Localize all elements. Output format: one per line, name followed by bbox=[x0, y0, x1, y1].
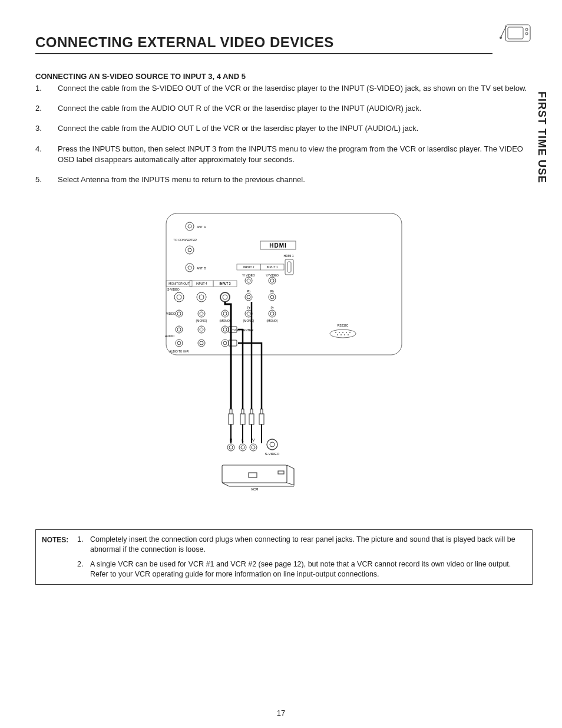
svg-point-37 bbox=[220, 292, 230, 302]
svg-point-87 bbox=[342, 332, 343, 333]
svg-text:ANT. A: ANT. A bbox=[197, 225, 206, 229]
svg-point-61 bbox=[222, 326, 229, 333]
svg-text:R: R bbox=[229, 438, 232, 442]
svg-text:ANT. B: ANT. B bbox=[197, 266, 206, 270]
svg-text:(MONO): (MONO) bbox=[243, 319, 254, 322]
svg-text:INPUT 4: INPUT 4 bbox=[196, 282, 207, 285]
svg-point-51 bbox=[222, 310, 229, 317]
svg-point-46 bbox=[270, 295, 274, 299]
svg-point-2 bbox=[525, 28, 528, 31]
svg-text:Y/ VIDEO: Y/ VIDEO bbox=[242, 274, 255, 277]
svg-text:S-VIDEO: S-VIDEO bbox=[167, 288, 180, 291]
page-title: CONNECTING EXTERNAL VIDEO DEVICES bbox=[35, 34, 492, 54]
svg-point-112 bbox=[241, 446, 244, 449]
svg-text:INPUT 1: INPUT 1 bbox=[266, 265, 277, 269]
svg-point-88 bbox=[346, 332, 347, 333]
svg-rect-100 bbox=[259, 414, 264, 424]
svg-rect-101 bbox=[260, 409, 263, 414]
svg-text:HDMI: HDMI bbox=[269, 242, 287, 249]
svg-point-85 bbox=[335, 332, 336, 333]
svg-rect-97 bbox=[242, 409, 244, 414]
svg-rect-99 bbox=[250, 409, 253, 414]
svg-point-34 bbox=[177, 295, 181, 299]
notes-box: NOTES: 1.Completely insert the connectio… bbox=[35, 529, 533, 585]
svg-point-60 bbox=[200, 328, 203, 331]
svg-point-45 bbox=[269, 294, 276, 301]
svg-point-57 bbox=[176, 326, 183, 333]
svg-point-39 bbox=[245, 277, 252, 284]
notes-list: 1.Completely insert the connection cord … bbox=[77, 535, 526, 579]
svg-text:INPUT 3: INPUT 3 bbox=[219, 282, 230, 285]
svg-point-93 bbox=[348, 334, 349, 335]
svg-text:AUDIO: AUDIO bbox=[165, 334, 174, 338]
svg-point-43 bbox=[245, 294, 252, 301]
svg-point-40 bbox=[247, 279, 250, 282]
svg-point-13 bbox=[188, 266, 191, 269]
page-number: 17 bbox=[0, 709, 562, 717]
notes-label: NOTES: bbox=[42, 535, 77, 579]
svg-text:AUDIO TO HI-FI: AUDIO TO HI-FI bbox=[170, 350, 189, 353]
svg-point-4 bbox=[500, 37, 502, 39]
svg-point-6 bbox=[186, 222, 194, 230]
svg-text:RS232C: RS232C bbox=[338, 324, 349, 327]
svg-point-68 bbox=[223, 341, 227, 345]
svg-point-41 bbox=[269, 277, 276, 284]
svg-text:VIDEO: VIDEO bbox=[166, 312, 176, 315]
list-item: 3.Connect the cable from the AUDIO OUT L… bbox=[35, 123, 533, 134]
svg-point-67 bbox=[222, 340, 229, 347]
side-tab: FIRST TIME USE bbox=[535, 91, 548, 183]
svg-point-84 bbox=[330, 330, 356, 338]
svg-text:S-VIDEO: S-VIDEO bbox=[265, 452, 280, 456]
svg-rect-96 bbox=[240, 414, 245, 424]
svg-text:Pb: Pb bbox=[247, 289, 250, 293]
svg-rect-19 bbox=[287, 262, 291, 272]
svg-rect-94 bbox=[229, 414, 233, 424]
svg-point-110 bbox=[229, 446, 233, 449]
svg-point-44 bbox=[247, 295, 250, 299]
list-item: 4.Press the INPUTS button, then select I… bbox=[35, 144, 533, 165]
svg-point-52 bbox=[223, 312, 227, 315]
svg-point-56 bbox=[270, 312, 274, 315]
svg-point-11 bbox=[188, 248, 191, 252]
list-item: 2.Connect the cable from the AUDIO OUT R… bbox=[35, 103, 533, 114]
svg-rect-120 bbox=[278, 471, 284, 474]
svg-point-38 bbox=[223, 295, 227, 299]
connection-diagram: ANT. A TO CONVERTER ANT. B HDMI HDMI 1 I… bbox=[35, 209, 533, 512]
svg-point-58 bbox=[177, 328, 181, 331]
svg-point-116 bbox=[270, 442, 275, 447]
svg-point-63 bbox=[176, 340, 183, 347]
instruction-list: 1.Connect the cable from the S-VIDEO OUT… bbox=[35, 83, 533, 185]
svg-point-66 bbox=[200, 341, 203, 345]
svg-text:Pr: Pr bbox=[247, 306, 250, 309]
svg-text:MONITOR OUT: MONITOR OUT bbox=[168, 282, 189, 285]
svg-point-50 bbox=[200, 312, 203, 315]
svg-point-90 bbox=[337, 334, 338, 335]
svg-text:HDMI 1: HDMI 1 bbox=[284, 254, 294, 258]
svg-point-3 bbox=[525, 32, 528, 35]
svg-point-7 bbox=[188, 225, 191, 228]
svg-text:(MONO): (MONO) bbox=[196, 319, 207, 322]
svg-point-35 bbox=[197, 292, 206, 302]
svg-text:INPUT 2: INPUT 2 bbox=[243, 265, 254, 269]
list-item: 1.Connect the cable from the S-VIDEO OUT… bbox=[35, 83, 533, 94]
svg-text:VCR: VCR bbox=[251, 487, 259, 491]
svg-point-86 bbox=[339, 332, 340, 333]
svg-point-109 bbox=[227, 444, 234, 451]
list-item: 2.A single VCR can be used for VCR #1 an… bbox=[77, 559, 526, 579]
svg-point-33 bbox=[174, 292, 184, 302]
svg-text:Y/ VIDEO: Y/ VIDEO bbox=[266, 274, 279, 277]
svg-text:Pb: Pb bbox=[270, 289, 274, 293]
svg-point-42 bbox=[270, 279, 274, 282]
svg-text:L: L bbox=[242, 438, 244, 442]
svg-point-59 bbox=[198, 326, 205, 333]
svg-point-54 bbox=[247, 312, 250, 315]
svg-point-114 bbox=[252, 446, 255, 449]
svg-point-62 bbox=[223, 328, 227, 331]
svg-rect-70 bbox=[229, 340, 237, 346]
svg-rect-118 bbox=[222, 465, 287, 483]
svg-text:V: V bbox=[252, 438, 255, 442]
svg-point-47 bbox=[176, 310, 183, 317]
svg-point-89 bbox=[349, 332, 351, 333]
svg-point-92 bbox=[344, 334, 345, 335]
svg-point-64 bbox=[177, 341, 181, 345]
